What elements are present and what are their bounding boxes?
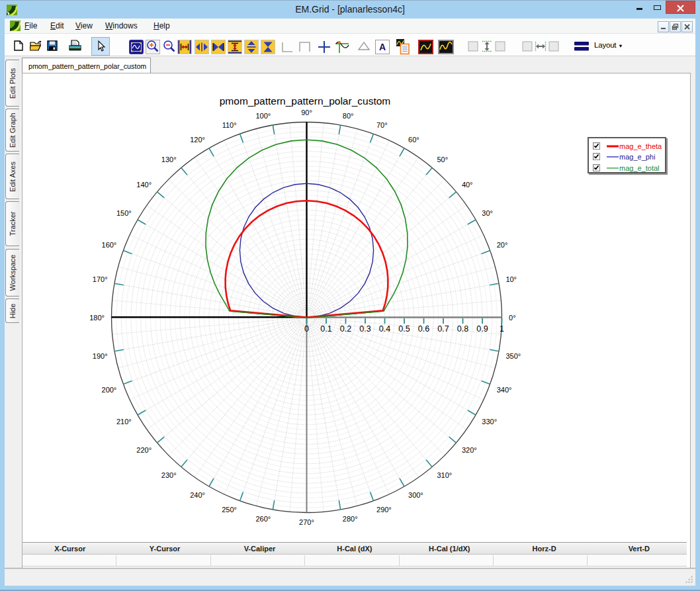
svg-text:50°: 50° [437,156,448,163]
svg-text:320°: 320° [462,446,477,454]
svg-text:240°: 240° [190,491,205,499]
svg-text:340°: 340° [497,386,512,394]
svg-text:290°: 290° [376,506,392,514]
svg-text:230°: 230° [161,471,177,479]
svg-text:250°: 250° [222,506,237,514]
svg-text:270°: 270° [299,518,314,526]
svg-text:0: 0 [304,324,309,334]
svg-text:100°: 100° [255,112,271,120]
svg-text:260°: 260° [255,515,271,523]
svg-text:190°: 190° [93,352,108,360]
svg-text:160°: 160° [102,241,117,249]
svg-text:0.6: 0.6 [418,324,429,334]
svg-text:90°: 90° [301,109,312,116]
svg-text:220°: 220° [136,446,152,454]
svg-text:170°: 170° [93,275,108,283]
svg-text:1: 1 [500,324,504,334]
svg-text:140°: 140° [136,181,152,189]
svg-text:130°: 130° [161,156,177,163]
svg-text:10°: 10° [505,275,517,283]
svg-text:40°: 40° [462,181,473,189]
svg-text:150°: 150° [116,209,132,217]
svg-text:pmom_pattern_pattern_polar_cus: pmom_pattern_pattern_polar_custom [220,95,390,107]
svg-text:0.7: 0.7 [437,324,449,334]
svg-text:0.3: 0.3 [359,324,371,334]
svg-text:20°: 20° [497,241,508,249]
svg-text:80°: 80° [343,112,354,120]
svg-text:200°: 200° [102,386,117,394]
svg-text:0.2: 0.2 [340,324,351,334]
svg-text:180°: 180° [89,314,105,322]
svg-text:300°: 300° [408,491,423,499]
svg-text:0.8: 0.8 [457,324,468,334]
svg-text:310°: 310° [437,471,452,479]
svg-text:210°: 210° [116,418,132,426]
svg-text:0°: 0° [509,314,516,322]
svg-text:70°: 70° [376,121,388,129]
svg-text:0.5: 0.5 [398,324,410,334]
svg-text:110°: 110° [222,121,237,129]
svg-text:0.4: 0.4 [379,324,390,334]
svg-text:280°: 280° [343,515,358,523]
svg-text:A: A [379,42,386,52]
svg-text:330°: 330° [482,418,497,426]
svg-text:30°: 30° [482,209,493,217]
svg-text:0.9: 0.9 [476,324,488,334]
svg-text:120°: 120° [190,136,205,144]
svg-text:350°: 350° [505,352,521,360]
svg-text:60°: 60° [408,136,419,144]
svg-text:0.1: 0.1 [320,324,331,334]
